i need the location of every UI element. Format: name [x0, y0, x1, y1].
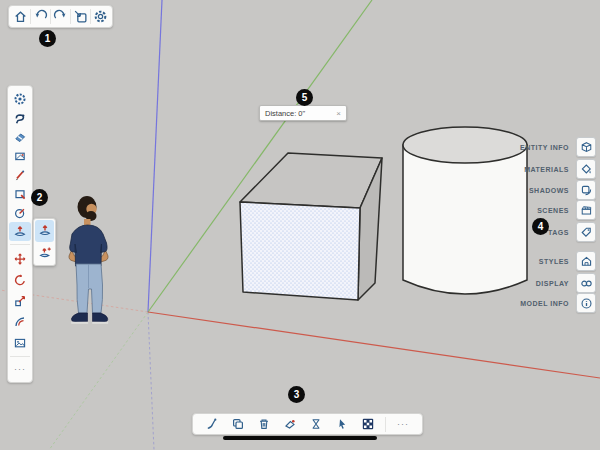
- cursor-button[interactable]: [333, 415, 351, 433]
- measurement-close-icon[interactable]: ×: [336, 109, 341, 118]
- push-pull-flyout: [33, 218, 56, 266]
- more-actions-button[interactable]: ···: [394, 415, 412, 433]
- copy-button[interactable]: [229, 415, 247, 433]
- offset-tool-button[interactable]: [9, 311, 31, 332]
- scenes-button[interactable]: [576, 200, 596, 220]
- undo-button[interactable]: [31, 7, 50, 26]
- home-button[interactable]: [11, 7, 30, 26]
- panel-row-entity-info: ENTITY INFO: [520, 137, 596, 157]
- cursor-arrow-icon: [335, 417, 349, 431]
- push-pull-add-variant-button[interactable]: [35, 242, 54, 264]
- select-tool-icon: [13, 92, 27, 106]
- move-tool-button[interactable]: [9, 248, 31, 269]
- display-button[interactable]: [576, 273, 596, 293]
- top-toolbar: [8, 5, 113, 28]
- shadows-button[interactable]: [576, 180, 596, 200]
- tags-label: TAGS: [548, 229, 569, 236]
- blue-axis: [148, 0, 162, 312]
- cylinder-object[interactable]: [403, 127, 527, 294]
- export-button[interactable]: [71, 7, 90, 26]
- settings-button[interactable]: [91, 7, 110, 26]
- model-info-label: MODEL INFO: [520, 300, 569, 307]
- copy-icon: [231, 417, 245, 431]
- panel-row-scenes: SCENES: [537, 200, 596, 220]
- image-tool-button[interactable]: [9, 332, 31, 353]
- lasso-tool-icon: [13, 111, 27, 125]
- materials-button[interactable]: [576, 159, 596, 179]
- callout-2: 2: [31, 189, 48, 206]
- bottom-black-bar: [223, 436, 377, 440]
- panel-row-materials: MATERIALS: [524, 159, 596, 179]
- display-glasses-icon: [580, 277, 593, 290]
- arc-tool-button[interactable]: [9, 203, 31, 222]
- more-tools-button[interactable]: ···: [9, 360, 31, 379]
- model-info-icon: [580, 297, 593, 310]
- pattern-button[interactable]: [359, 415, 377, 433]
- flip-button[interactable]: [307, 415, 325, 433]
- box-top-face[interactable]: [240, 153, 382, 208]
- offset-tool-icon: [13, 315, 27, 329]
- panel-row-shadows: SHADOWS: [529, 180, 596, 200]
- redo-button[interactable]: [51, 7, 70, 26]
- display-label: DISPLAY: [536, 280, 569, 287]
- left-toolbar: ···: [7, 85, 33, 383]
- box-front-face-selected[interactable]: [240, 202, 360, 300]
- callout-5: 5: [296, 89, 313, 106]
- cylinder-top-face[interactable]: [403, 127, 527, 163]
- box-object[interactable]: [240, 153, 382, 300]
- home-icon: [13, 9, 28, 24]
- entity-info-icon: [580, 141, 593, 154]
- select-tool-button[interactable]: [9, 89, 31, 108]
- 3d-viewport[interactable]: [0, 0, 600, 450]
- entity-info-label: ENTITY INFO: [520, 144, 569, 151]
- scenes-label: SCENES: [537, 207, 569, 214]
- blue-axis-negative: [148, 312, 154, 450]
- shadows-label: SHADOWS: [529, 187, 569, 194]
- styles-button[interactable]: [576, 251, 596, 271]
- shapes-tool-icon: [13, 187, 27, 201]
- styles-house-icon: [580, 255, 593, 268]
- toolbar-separator: [10, 356, 30, 357]
- redo-icon: [53, 9, 68, 24]
- red-axis: [148, 312, 600, 378]
- hourglass-flip-icon: [309, 417, 323, 431]
- eraser-tool-button[interactable]: [9, 127, 31, 146]
- tags-button[interactable]: [576, 222, 596, 242]
- lasso-tool-button[interactable]: [9, 108, 31, 127]
- measurement-label: Distance: 0": [265, 109, 305, 118]
- callout-4: 4: [532, 218, 549, 235]
- undo-icon: [33, 9, 48, 24]
- line-tool-button[interactable]: [9, 165, 31, 184]
- export-icon: [73, 9, 88, 24]
- panel-row-display: DISPLAY: [536, 273, 596, 293]
- push-pull-tool-button[interactable]: [9, 222, 31, 241]
- shapes-tool-button[interactable]: [9, 184, 31, 203]
- cylinder-body[interactable]: [403, 145, 527, 294]
- materials-label: MATERIALS: [524, 166, 569, 173]
- entity-info-button[interactable]: [576, 137, 596, 157]
- scale-tool-button[interactable]: [9, 290, 31, 311]
- callout-3: 3: [288, 386, 305, 403]
- tags-tag-icon: [580, 226, 593, 239]
- panel-row-model-info: MODEL INFO: [520, 293, 596, 313]
- paint-tool-icon: [13, 149, 27, 163]
- measurement-box[interactable]: Distance: 0" ×: [259, 105, 347, 121]
- settings-gear-icon: [93, 9, 108, 24]
- panel-row-styles: STYLES: [539, 251, 596, 271]
- scale-figure-person[interactable]: [69, 196, 108, 324]
- sketchup-web-window: ··· Distance: 0" × ENTITY INFO MATERIALS…: [0, 0, 600, 450]
- paint-button[interactable]: [281, 415, 299, 433]
- checker-pattern-icon: [361, 417, 375, 431]
- rotate-tool-icon: [13, 273, 27, 287]
- push-pull-add-icon: [38, 246, 52, 260]
- image-tool-icon: [13, 336, 27, 350]
- move-tool-icon: [13, 252, 27, 266]
- weld-button[interactable]: [203, 415, 221, 433]
- delete-button[interactable]: [255, 415, 273, 433]
- paint-tool-button[interactable]: [9, 146, 31, 165]
- rotate-tool-button[interactable]: [9, 269, 31, 290]
- bottom-toolbar: ···: [192, 413, 423, 435]
- model-info-button[interactable]: [576, 293, 596, 313]
- push-pull-variant-button[interactable]: [35, 220, 54, 242]
- panel-row-tags: TAGS: [548, 222, 596, 242]
